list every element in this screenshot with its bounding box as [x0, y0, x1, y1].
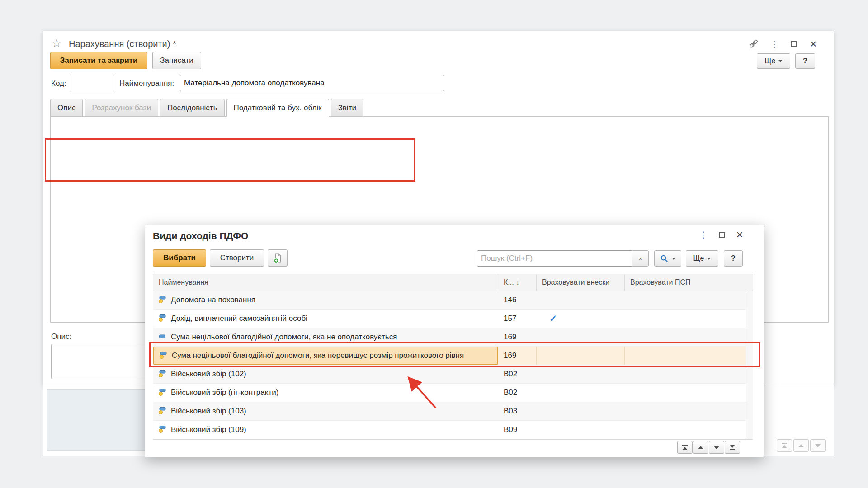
coin-item-icon [158, 406, 167, 417]
row-name-cell[interactable]: Військовий збір (гіг-контракти) [153, 384, 498, 402]
row-name: Військовий збір (109) [171, 425, 246, 434]
go-first-button[interactable] [677, 441, 693, 454]
vertical-scrollbar[interactable] [746, 291, 753, 439]
row-psp-cell[interactable] [625, 421, 747, 439]
row-psp-cell[interactable] [625, 402, 747, 420]
document-plus-icon [272, 253, 283, 264]
tab-1[interactable]: Опис [50, 99, 83, 117]
kebab-menu-icon[interactable]: ⋮ [769, 38, 780, 50]
create-new-item-button[interactable] [268, 249, 288, 267]
modal-title: Види доходів ПДФО [153, 230, 248, 241]
name-input[interactable] [180, 75, 444, 91]
chevron-down-icon [778, 60, 782, 62]
go-up-button[interactable] [693, 441, 708, 454]
row-psp-cell[interactable] [625, 310, 747, 328]
column-header-code[interactable]: К... ↓ [498, 274, 537, 291]
coin-item-icon [158, 387, 167, 399]
sort-down-arrow-icon: ↓ [516, 279, 519, 286]
table-row[interactable]: Військовий збір (102)В02 [153, 365, 753, 384]
row-contrib-cell[interactable] [537, 328, 625, 346]
row-code-cell[interactable]: В02 [498, 365, 537, 383]
code-input[interactable] [71, 75, 113, 91]
tab-2[interactable]: Розрахунок бази [85, 99, 158, 117]
tab-3[interactable]: Послідовність [160, 99, 225, 117]
row-name-cell[interactable]: Допомога на поховання [153, 291, 498, 309]
chevron-down-icon [707, 258, 711, 260]
row-name-cell[interactable]: Військовий збір (102) [153, 365, 498, 383]
name-label: Найменування: [119, 79, 174, 88]
tab-5[interactable]: Звіти [331, 99, 363, 117]
row-code-cell[interactable]: 146 [498, 291, 537, 309]
row-contrib-cell[interactable] [537, 291, 625, 309]
help-button[interactable]: ? [724, 250, 743, 267]
row-psp-cell[interactable] [625, 328, 747, 346]
table-row[interactable]: Сума нецільової благодійної допомоги, як… [153, 328, 753, 347]
row-psp-cell[interactable] [625, 365, 747, 383]
more-button[interactable]: Ще [686, 250, 718, 267]
column-header-contrib[interactable]: Враховувати внески [537, 274, 625, 291]
coin-item-icon [158, 424, 167, 436]
row-code-cell[interactable]: В03 [498, 402, 537, 420]
close-icon[interactable]: × [734, 229, 745, 240]
go-last-button[interactable] [725, 441, 740, 454]
row-code-cell[interactable]: 169 [498, 328, 537, 346]
table-row[interactable]: Військовий збір (103)В03 [153, 402, 753, 421]
create-button[interactable]: Створити [210, 249, 264, 267]
column-header-code-label: К... [504, 278, 514, 286]
table-header: Найменування К... ↓ Враховувати внески В… [153, 274, 753, 291]
row-psp-cell[interactable] [625, 347, 747, 365]
table-row[interactable]: Сума нецільової благодійної допомоги, як… [153, 347, 753, 365]
coin-item-icon [158, 295, 167, 306]
more-button[interactable]: Ще [757, 53, 790, 69]
row-code-cell[interactable]: 157 [498, 310, 537, 328]
maximize-icon[interactable] [716, 229, 727, 240]
row-code-cell[interactable]: 169 [498, 347, 537, 365]
link-icon[interactable] [748, 38, 760, 50]
row-name-cell[interactable]: Дохід, виплачений самозайнятій особі [153, 310, 498, 328]
row-name: Військовий збір (103) [171, 407, 246, 416]
close-icon[interactable]: × [807, 38, 819, 50]
search-button[interactable] [654, 250, 681, 267]
column-header-name[interactable]: Найменування [153, 274, 498, 291]
row-name-cell[interactable]: Військовий збір (103) [153, 402, 498, 420]
help-button[interactable]: ? [795, 53, 815, 69]
table-row[interactable]: Допомога на поховання146 [153, 291, 753, 310]
row-code-cell[interactable]: В09 [498, 421, 537, 439]
search-clear-button[interactable]: × [632, 250, 649, 267]
select-button[interactable]: Вибрати [153, 249, 206, 267]
table-row[interactable]: Військовий збір (109)В09 [153, 421, 753, 439]
row-name-cell[interactable]: Сума нецільової благодійної допомоги, як… [153, 328, 498, 346]
row-code-cell[interactable]: В02 [498, 384, 537, 402]
row-psp-cell[interactable] [625, 291, 747, 309]
pdfo-income-types-modal: Види доходів ПДФО ⋮ × Вибрати Створити ×… [145, 225, 764, 457]
row-contrib-cell[interactable] [537, 402, 625, 420]
magnifier-icon [660, 254, 669, 263]
row-name: Військовий збір (102) [171, 370, 246, 379]
row-contrib-cell[interactable]: ✓ [537, 310, 625, 328]
coin-item-icon [158, 369, 167, 380]
kebab-menu-icon[interactable]: ⋮ [698, 229, 709, 240]
window-title: Нарахування (створити) * [69, 39, 176, 49]
row-name: Дохід, виплачений самозайнятій особі [171, 314, 307, 323]
save-button[interactable]: Записати [152, 52, 201, 69]
row-name-cell[interactable]: Сума нецільової благодійної допомоги, як… [153, 347, 498, 365]
maximize-icon[interactable] [788, 38, 799, 50]
row-name: Сума нецільової благодійної допомоги, як… [171, 333, 397, 342]
row-contrib-cell[interactable] [537, 384, 625, 402]
go-down-button[interactable] [709, 441, 724, 454]
row-contrib-cell[interactable] [537, 421, 625, 439]
tab-4[interactable]: Податковий та бух. облік [226, 99, 329, 117]
save-and-close-button[interactable]: Записати та закрити [50, 52, 147, 69]
row-contrib-cell[interactable] [537, 365, 625, 383]
favorite-star-icon[interactable]: ☆ [52, 37, 61, 50]
table-row[interactable]: Дохід, виплачений самозайнятій особі157✓ [153, 310, 753, 328]
row-contrib-cell[interactable] [537, 347, 625, 365]
search-input[interactable] [477, 250, 632, 267]
column-header-psp[interactable]: Враховувати ПСП [625, 274, 753, 291]
row-name-cell[interactable]: Військовий збір (109) [153, 421, 498, 439]
more-button-label: Ще [693, 254, 704, 263]
row-name: Допомога на поховання [171, 296, 255, 305]
table-row[interactable]: Військовий збір (гіг-контракти)В02 [153, 384, 753, 402]
go-down-button [810, 439, 826, 452]
row-psp-cell[interactable] [625, 384, 747, 402]
